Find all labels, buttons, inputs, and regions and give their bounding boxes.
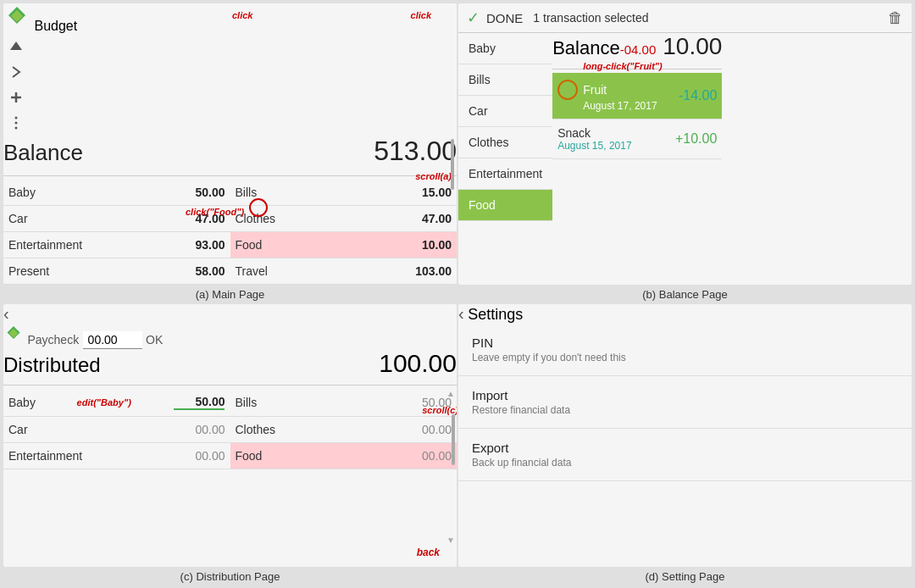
trans-amount-fruit: -14.00 <box>679 88 717 103</box>
main-content: Balance 513.00 Baby 50.00 Bills 15.00 Ca… <box>3 136 457 285</box>
caption-c: (c) Distribution Page <box>3 567 457 585</box>
amt-travel: 103.00 <box>415 264 452 278</box>
trash-icon[interactable]: 🗑 <box>888 9 903 27</box>
amt-food: 10.00 <box>422 238 452 252</box>
dist-logo <box>3 324 24 344</box>
setting-import-desc: Restore financial data <box>472 404 898 416</box>
dist-up-arrow: ▲ <box>446 389 455 398</box>
sidebar-item-clothes[interactable]: Clothes <box>458 127 552 158</box>
old-balance: -04.00 <box>620 42 657 57</box>
ok-button[interactable]: OK <box>146 333 163 347</box>
dist-row-clothes[interactable]: Clothes 00.00 scroll(c) <box>230 417 458 443</box>
dist-row-car[interactable]: Car 00.00 <box>3 417 230 443</box>
balance-main: Balance -04.00 10.00 Fruit August 17, 2 <box>552 33 722 285</box>
budget-row-bills-right[interactable]: Bills 15.00 <box>230 180 458 206</box>
app-title: Budget <box>34 19 77 33</box>
cat-entertainment: Entertainment <box>8 238 82 252</box>
dist-row-food[interactable]: Food 00.00 <box>230 443 458 469</box>
cat-present: Present <box>8 264 49 278</box>
dist-cat-bills: Bills <box>236 396 258 409</box>
amt-baby: 50.00 <box>195 186 225 199</box>
dist-val-entertainment: 00.00 <box>175 449 225 463</box>
amt-clothes: 47.00 <box>422 212 452 225</box>
transaction-fruit[interactable]: Fruit August 17, 2017 -14.00 long-click(… <box>552 73 722 119</box>
dist-divider <box>3 385 457 386</box>
done-label[interactable]: DONE <box>486 11 523 25</box>
add-button[interactable] <box>3 85 29 110</box>
caption-d: (d) Setting Page <box>458 567 912 585</box>
transaction-snack[interactable]: Snack August 15, 2017 +10.00 <box>552 119 722 159</box>
setting-pin-desc: Leave empty if you don't need this <box>472 352 898 363</box>
app-logo <box>3 3 30 31</box>
settings-title: Settings <box>468 306 523 323</box>
dist-cat-baby: Baby <box>8 396 36 409</box>
sidebar-item-car[interactable]: Car <box>458 96 552 127</box>
budget-grid: Baby 50.00 Bills 15.00 Car 47.00 Clothes… <box>3 180 457 285</box>
dist-grid: Baby edit("Baby") Bills 50.00 Car 00.00 … <box>3 389 457 469</box>
trans-date-snack: August 15, 2017 <box>557 140 631 152</box>
app-bar-main: Budget <box>3 3 457 136</box>
scroll-up-button[interactable] <box>3 34 29 59</box>
app-bar-dist: ‹ Paycheck OK <box>3 304 457 349</box>
more-options-button[interactable] <box>3 110 29 136</box>
dist-cat-clothes: Clothes <box>236 423 275 436</box>
new-balance: 10.00 <box>663 33 722 60</box>
divider <box>3 175 457 176</box>
setting-import-name: Import <box>472 388 898 402</box>
dist-row-baby[interactable]: Baby edit("Baby") <box>3 389 230 417</box>
setting-pin-name: PIN <box>472 336 898 350</box>
app-bar-settings: ‹ Settings <box>458 304 912 324</box>
dist-val-food: 00.00 <box>401 449 452 463</box>
sidebar: Baby Bills Car Clothes Entertainment Foo… <box>458 33 552 285</box>
budget-row-baby-left[interactable]: Baby 50.00 <box>3 180 230 206</box>
budget-row-car-left[interactable]: Car 47.00 <box>3 206 230 232</box>
caption-b: (b) Balance Page <box>458 285 912 302</box>
budget-row-entertainment-left[interactable]: Entertainment 93.00 <box>3 232 230 258</box>
paycheck-input[interactable] <box>83 331 142 349</box>
budget-row-clothes-right[interactable]: Clothes 47.00 <box>230 206 458 232</box>
annotation-long-click: long-click("Fruit") <box>583 61 663 71</box>
sidebar-item-entertainment[interactable]: Entertainment <box>458 158 552 190</box>
trans-cat-fruit: Fruit <box>583 83 607 97</box>
dist-label: Distributed <box>3 353 101 377</box>
budget-row-travel-right[interactable]: Travel 103.00 <box>230 258 458 285</box>
amt-car: 47.00 <box>195 212 225 225</box>
setting-export-name: Export <box>472 441 898 455</box>
caption-a: (a) Main Page <box>3 285 457 302</box>
app-bar-balance: ✓ DONE 1 transaction selected 🗑 <box>458 3 912 33</box>
amt-entertainment: 93.00 <box>195 238 225 252</box>
dist-row-entertainment[interactable]: Entertainment 00.00 <box>3 443 230 469</box>
trans-amount-snack: +10.00 <box>675 131 717 147</box>
balance-label-b: Balance <box>552 37 620 59</box>
fruit-select-circle <box>557 80 578 100</box>
settings-back-icon[interactable]: ‹ <box>458 304 464 323</box>
back-button[interactable]: ‹ <box>3 304 457 324</box>
forward-button[interactable] <box>3 59 29 85</box>
budget-row-present-left[interactable]: Present 58.00 <box>3 258 230 285</box>
dist-cat-food: Food <box>236 449 263 463</box>
cat-travel: Travel <box>236 264 268 278</box>
sidebar-item-baby[interactable]: Baby <box>458 33 552 64</box>
annotation-back: back <box>417 546 440 558</box>
svg-marker-2 <box>10 42 22 50</box>
dist-down-arrow: ▼ <box>446 535 455 545</box>
paycheck-label: Paycheck <box>27 333 79 347</box>
balance-amount: 513.00 <box>374 136 457 167</box>
budget-row-food-right[interactable]: Food 10.00 <box>230 232 458 258</box>
sidebar-item-bills[interactable]: Bills <box>458 64 552 96</box>
checkmark-icon[interactable]: ✓ <box>467 8 480 27</box>
cat-baby: Baby <box>8 186 36 199</box>
sidebar-item-food[interactable]: Food <box>458 190 552 221</box>
trans-date-fruit: August 17, 2017 <box>583 100 657 112</box>
cat-food: Food <box>236 238 263 252</box>
setting-export[interactable]: Export Back up financial data <box>458 429 912 481</box>
setting-import[interactable]: Import Restore financial data <box>458 376 912 429</box>
setting-pin[interactable]: PIN Leave empty if you don't need this <box>458 324 912 376</box>
svg-point-7 <box>15 127 18 130</box>
dist-input-baby[interactable] <box>174 395 225 410</box>
dist-cat-entertainment: Entertainment <box>8 449 82 463</box>
scroll-indicator <box>451 139 454 190</box>
svg-point-5 <box>15 117 18 119</box>
dist-content: Distributed 100.00 Baby edit("Baby") Bil… <box>3 349 457 469</box>
annotation-scroll-c: scroll(c) <box>422 405 457 415</box>
